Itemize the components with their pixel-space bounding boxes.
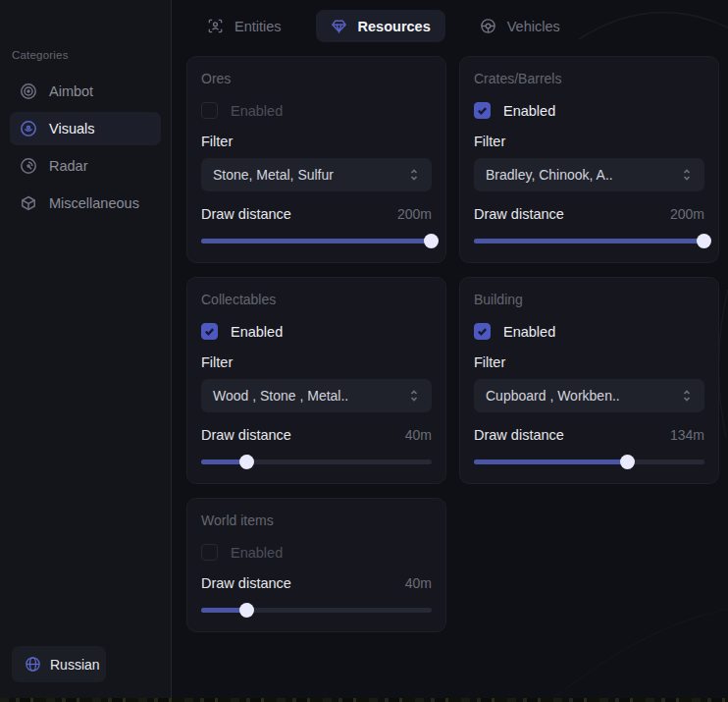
draw-distance-row: Draw distance 40m [201,427,432,443]
draw-distance-slider[interactable] [474,455,704,469]
filter-select-value: Stone, Metal, Sulfur [213,167,334,183]
draw-distance-value: 200m [397,206,432,222]
slider-fill [474,459,628,464]
draw-distance-value: 40m [405,575,432,591]
filter-select[interactable]: Cupboard , Workben.. [474,379,704,412]
draw-distance-value: 134m [670,427,704,443]
filter-select-value: Cupboard , Workben.. [486,388,620,404]
slider-thumb[interactable] [697,234,711,248]
enabled-label: Enabled [231,545,283,561]
draw-distance-row: Draw distance 200m [201,206,432,222]
tab-vehicles[interactable]: Vehicles [465,10,575,42]
sidebar: Categories Aimbot Visuals Radar Miscella… [0,0,172,698]
box-icon [20,194,37,212]
slider-fill [201,608,247,613]
sidebar-item-miscellaneous[interactable]: Miscellaneous [10,187,161,220]
slider-fill [474,239,704,243]
chevron-up-down-icon [681,168,693,182]
enabled-checkbox[interactable] [474,102,491,119]
enabled-row: Enabled [201,544,432,561]
enabled-row: Enabled [201,102,432,119]
slider-fill [201,459,247,464]
filter-select[interactable]: Bradley, Chinook, A.. [474,158,704,191]
target-icon [20,82,37,100]
enabled-label: Enabled [503,103,555,119]
language-button[interactable]: Russian [12,646,106,682]
chevron-up-down-icon [408,389,420,403]
draw-distance-label: Draw distance [201,575,291,591]
enabled-row: Enabled [474,102,704,119]
card-crates-barrels: Crates/Barrels Enabled Filter Bradley, C… [459,56,719,263]
filter-label: Filter [474,354,704,370]
draw-distance-row: Draw distance 134m [474,427,704,443]
enabled-checkbox[interactable] [201,323,218,340]
slider-thumb[interactable] [620,455,635,469]
enabled-checkbox[interactable] [474,323,491,340]
enabled-label: Enabled [503,324,555,340]
main-content: Entities Resources Vehicles Ores Enabled [173,0,728,698]
tab-label: Resources [358,19,431,34]
card-title: Collectables [201,292,432,307]
globe-icon [25,656,41,673]
draw-distance-slider[interactable] [201,455,432,469]
sidebar-item-visuals[interactable]: Visuals [10,112,161,145]
card-collectables: Collectables Enabled Filter Wood , Stone… [186,277,446,484]
filter-label: Filter [201,354,432,370]
sidebar-item-radar[interactable]: Radar [10,149,161,183]
card-ores: Ores Enabled Filter Stone, Metal, Sulfur… [186,56,446,263]
draw-distance-label: Draw distance [201,427,291,443]
enabled-row: Enabled [474,323,704,340]
tab-bar: Entities Resources Vehicles [173,0,728,42]
draw-distance-row: Draw distance 40m [201,575,432,591]
categories-label: Categories [12,49,171,61]
card-title: Crates/Barrels [474,71,704,86]
person-scan-icon [207,18,224,34]
enabled-label: Enabled [231,103,283,119]
card-title: Ores [201,71,432,86]
filter-select[interactable]: Wood , Stone , Metal.. [201,379,432,412]
tab-label: Vehicles [507,19,560,34]
cards-grid: Ores Enabled Filter Stone, Metal, Sulfur… [186,56,728,632]
draw-distance-label: Draw distance [201,206,291,222]
draw-distance-slider[interactable] [474,234,704,248]
slider-fill [201,239,432,243]
slider-thumb[interactable] [239,603,254,618]
filter-select-value: Wood , Stone , Metal.. [213,388,348,404]
draw-distance-slider[interactable] [201,603,432,618]
game-background-strip [0,698,728,702]
enabled-row: Enabled [201,323,432,340]
enabled-checkbox[interactable] [201,544,218,561]
gem-icon [331,18,347,34]
filter-select[interactable]: Stone, Metal, Sulfur [201,158,432,191]
chevron-up-down-icon [408,168,420,182]
enabled-label: Enabled [231,324,283,340]
draw-distance-value: 40m [405,427,432,443]
radar-icon [20,157,37,175]
slider-thumb[interactable] [424,234,439,248]
filter-select-value: Bradley, Chinook, A.. [486,167,613,183]
card-title: World items [201,513,432,528]
tab-label: Entities [234,19,282,34]
draw-distance-label: Draw distance [474,206,564,222]
card-building: Building Enabled Filter Cupboard , Workb… [459,277,719,484]
draw-distance-slider[interactable] [201,234,432,248]
draw-distance-row: Draw distance 200m [474,206,704,222]
sidebar-item-label: Visuals [49,121,94,136]
sidebar-item-label: Aimbot [49,83,93,99]
draw-distance-label: Draw distance [474,427,564,443]
chevron-up-down-icon [681,389,693,403]
filter-label: Filter [474,134,704,149]
filter-label: Filter [201,134,432,149]
sidebar-item-aimbot[interactable]: Aimbot [10,75,161,108]
language-button-label: Russian [50,657,100,673]
tab-resources[interactable]: Resources [316,10,445,42]
steering-wheel-icon [480,18,496,34]
sidebar-item-label: Radar [49,158,88,174]
enabled-checkbox[interactable] [201,102,218,119]
sidebar-item-label: Miscellaneous [49,195,139,211]
card-world-items: World items Enabled Draw distance 40m [186,498,446,632]
eye-icon [20,120,37,137]
slider-thumb[interactable] [239,455,254,469]
card-title: Building [474,292,704,307]
tab-entities[interactable]: Entities [192,10,296,42]
